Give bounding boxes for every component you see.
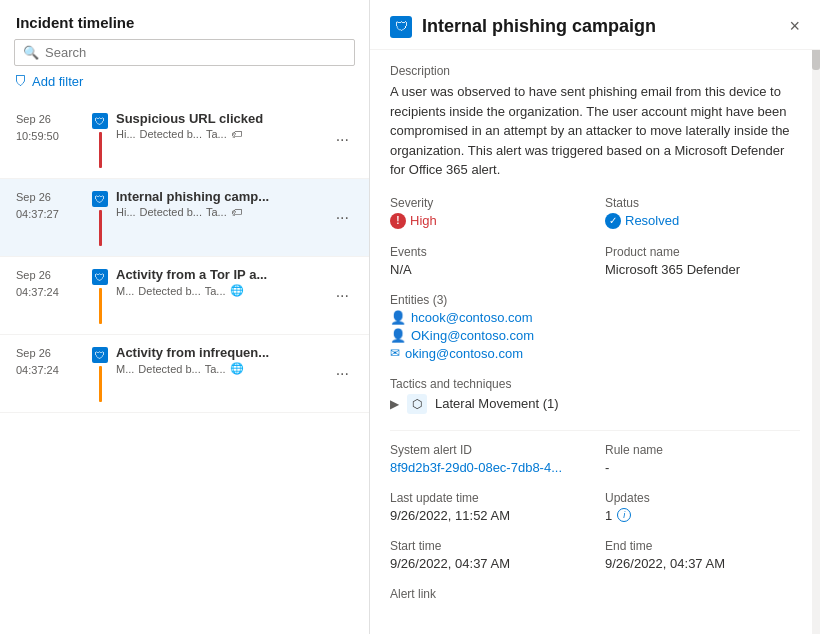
events-field: Events N/A bbox=[390, 245, 585, 277]
end-time-label: End time bbox=[605, 539, 800, 553]
severity-field: Severity ! High bbox=[390, 196, 585, 229]
right-panel-header: 🛡 Internal phishing campaign × bbox=[370, 0, 820, 50]
item-icon-col: 🛡 bbox=[92, 191, 108, 246]
item-meta: Hi... Detected b... Ta... 🏷 bbox=[116, 206, 332, 218]
status-icon: ✓ bbox=[605, 213, 621, 229]
right-panel: 🛡 Internal phishing campaign × Descripti… bbox=[370, 0, 820, 634]
info-icon[interactable]: i bbox=[617, 508, 631, 522]
tactics-section: Tactics and techniques ▶ ⬡ Lateral Movem… bbox=[390, 377, 800, 414]
item-date: Sep 26 04:37:27 bbox=[16, 189, 90, 222]
item-content: Suspicious URL clicked Hi... Detected b.… bbox=[116, 111, 332, 140]
mail-icon: ✉ bbox=[390, 346, 400, 360]
item-icon-col: 🛡 bbox=[92, 347, 108, 402]
tactics-label: Tactics and techniques bbox=[390, 377, 800, 391]
item-content: Activity from a Tor IP a... M... Detecte… bbox=[116, 267, 332, 297]
start-time-label: Start time bbox=[390, 539, 585, 553]
entity-link-1[interactable]: 👤 OKing@contoso.com bbox=[390, 328, 800, 343]
system-alert-label: System alert ID bbox=[390, 443, 585, 457]
updates-field: Updates 1 i bbox=[605, 491, 800, 523]
tag-icon: 🏷 bbox=[231, 206, 242, 218]
shield-icon: 🛡 bbox=[92, 347, 108, 363]
start-time-field: Start time 9/26/2022, 04:37 AM bbox=[390, 539, 585, 571]
more-options-button[interactable]: ··· bbox=[332, 365, 353, 383]
more-options-button[interactable]: ··· bbox=[332, 287, 353, 305]
severity-bar bbox=[99, 366, 102, 402]
search-input[interactable] bbox=[45, 45, 346, 60]
description-text: A user was observed to have sent phishin… bbox=[390, 82, 800, 180]
left-panel: Incident timeline 🔍 ⛉ Add filter Sep 26 … bbox=[0, 0, 370, 634]
tactics-item[interactable]: ▶ ⬡ Lateral Movement (1) bbox=[390, 394, 800, 414]
search-bar[interactable]: 🔍 bbox=[14, 39, 355, 66]
rule-name-field: Rule name - bbox=[605, 443, 800, 475]
item-icon-col: 🛡 bbox=[92, 113, 108, 168]
item-title: Internal phishing camp... bbox=[116, 189, 306, 204]
item-meta: Hi... Detected b... Ta... 🏷 bbox=[116, 128, 332, 140]
severity-value: ! High bbox=[390, 213, 585, 229]
entity-link-2[interactable]: ✉ oking@contoso.com bbox=[390, 346, 800, 361]
globe-icon: 🌐 bbox=[230, 362, 244, 375]
product-label: Product name bbox=[605, 245, 800, 259]
item-meta: M... Detected b... Ta... 🌐 bbox=[116, 284, 332, 297]
events-product-row: Events N/A Product name Microsoft 365 De… bbox=[390, 245, 800, 277]
panel-title: Incident timeline bbox=[0, 0, 369, 39]
more-options-button[interactable]: ··· bbox=[332, 209, 353, 227]
end-time-field: End time 9/26/2022, 04:37 AM bbox=[605, 539, 800, 571]
entity-link-0[interactable]: 👤 hcook@contoso.com bbox=[390, 310, 800, 325]
status-field: Status ✓ Resolved bbox=[605, 196, 800, 229]
alert-rule-row: System alert ID 8f9d2b3f-29d0-08ec-7db8-… bbox=[390, 443, 800, 475]
more-options-button[interactable]: ··· bbox=[332, 131, 353, 149]
timeline-item[interactable]: Sep 26 04:37:24 🛡 Activity from infreque… bbox=[0, 335, 369, 413]
divider bbox=[390, 430, 800, 431]
detail-panel-title: Internal phishing campaign bbox=[422, 16, 775, 37]
timeline-list: Sep 26 10:59:50 🛡 Suspicious URL clicked… bbox=[0, 101, 369, 634]
severity-bar bbox=[99, 210, 102, 246]
tactic-icon: ⬡ bbox=[407, 394, 427, 414]
entities-label: Entities (3) bbox=[390, 293, 800, 307]
severity-bar bbox=[99, 288, 102, 324]
events-label: Events bbox=[390, 245, 585, 259]
status-value: ✓ Resolved bbox=[605, 213, 800, 229]
status-label: Status bbox=[605, 196, 800, 210]
add-filter-label: Add filter bbox=[32, 74, 83, 89]
severity-bar bbox=[99, 132, 102, 168]
shield-icon: 🛡 bbox=[92, 269, 108, 285]
updates-label: Updates bbox=[605, 491, 800, 505]
tag-icon: 🏷 bbox=[231, 128, 242, 140]
alert-link-label: Alert link bbox=[390, 587, 800, 601]
close-button[interactable]: × bbox=[785, 14, 804, 39]
item-title: Activity from a Tor IP a... bbox=[116, 267, 306, 282]
timeline-item[interactable]: Sep 26 04:37:27 🛡 Internal phishing camp… bbox=[0, 179, 369, 257]
globe-icon: 🌐 bbox=[230, 284, 244, 297]
item-date: Sep 26 10:59:50 bbox=[16, 111, 90, 144]
shield-icon: 🛡 bbox=[92, 113, 108, 129]
end-time-value: 9/26/2022, 04:37 AM bbox=[605, 556, 800, 571]
severity-label: Severity bbox=[390, 196, 585, 210]
description-label: Description bbox=[390, 64, 800, 78]
events-value: N/A bbox=[390, 262, 585, 277]
severity-icon: ! bbox=[390, 213, 406, 229]
panel-body: Description A user was observed to have … bbox=[370, 50, 820, 624]
item-date: Sep 26 04:37:24 bbox=[16, 345, 90, 378]
severity-status-row: Severity ! High Status ✓ Resolved bbox=[390, 196, 800, 229]
item-title: Activity from infrequen... bbox=[116, 345, 306, 360]
add-filter-button[interactable]: ⛉ Add filter bbox=[14, 72, 355, 91]
item-title: Suspicious URL clicked bbox=[116, 111, 306, 126]
person-icon: 👤 bbox=[390, 310, 406, 325]
filter-icon: ⛉ bbox=[14, 74, 27, 89]
last-update-label: Last update time bbox=[390, 491, 585, 505]
rule-name-value: - bbox=[605, 460, 800, 475]
rule-name-label: Rule name bbox=[605, 443, 800, 457]
item-content: Internal phishing camp... Hi... Detected… bbox=[116, 189, 332, 218]
search-icon: 🔍 bbox=[23, 45, 39, 60]
timeline-item[interactable]: Sep 26 10:59:50 🛡 Suspicious URL clicked… bbox=[0, 101, 369, 179]
tactic-label: Lateral Movement (1) bbox=[435, 396, 559, 411]
updates-value: 1 i bbox=[605, 508, 800, 523]
chevron-right-icon: ▶ bbox=[390, 397, 399, 411]
right-scrollbar[interactable] bbox=[812, 0, 820, 634]
entities-section: Entities (3) 👤 hcook@contoso.com 👤 OKing… bbox=[390, 293, 800, 361]
system-alert-id-link[interactable]: 8f9d2b3f-29d0-08ec-7db8-4... bbox=[390, 460, 585, 475]
item-date: Sep 26 04:37:24 bbox=[16, 267, 90, 300]
timeline-item[interactable]: Sep 26 04:37:24 🛡 Activity from a Tor IP… bbox=[0, 257, 369, 335]
update-row: Last update time 9/26/2022, 11:52 AM Upd… bbox=[390, 491, 800, 523]
shield-icon: 🛡 bbox=[92, 191, 108, 207]
